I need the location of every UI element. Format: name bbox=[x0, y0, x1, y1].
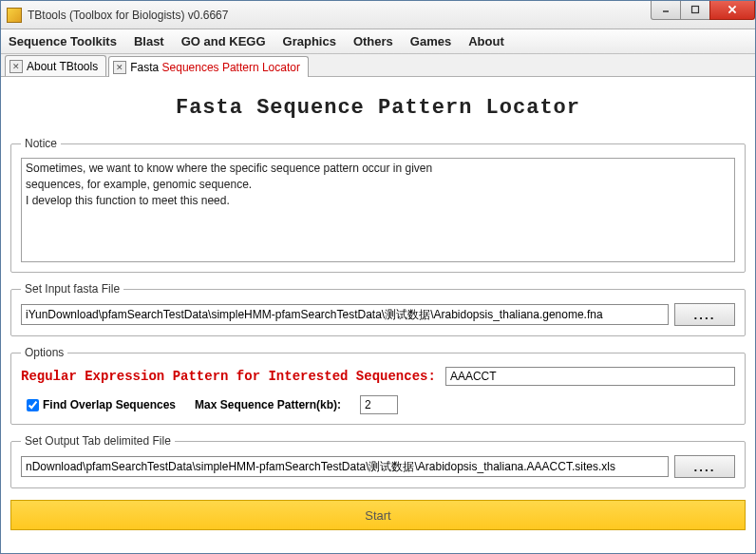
tab-close-icon[interactable]: ✕ bbox=[9, 60, 23, 73]
options-legend: Options bbox=[21, 346, 67, 359]
menu-about[interactable]: About bbox=[468, 34, 504, 48]
output-file-field[interactable] bbox=[21, 456, 669, 477]
menu-sequence-toolkits[interactable]: Sequence Toolkits bbox=[9, 34, 117, 48]
minimize-button[interactable] bbox=[651, 1, 681, 20]
notice-fieldset: Notice Sometimes, we want to know where … bbox=[10, 137, 746, 273]
output-file-legend: Set Output Tab delimited File bbox=[21, 434, 175, 448]
input-file-fieldset: Set Input fasta File .... bbox=[10, 282, 746, 336]
overlap-checkbox[interactable] bbox=[27, 399, 39, 411]
close-button[interactable] bbox=[709, 1, 755, 20]
options-fieldset: Options Regular Expression Pattern for I… bbox=[10, 346, 746, 425]
window-controls bbox=[652, 1, 755, 20]
output-file-fieldset: Set Output Tab delimited File .... bbox=[10, 434, 746, 488]
input-file-field[interactable] bbox=[21, 304, 669, 325]
svg-rect-1 bbox=[692, 7, 699, 13]
tab-fasta-pattern-locator[interactable]: ✕ Fasta Sequences Pattern Locator bbox=[108, 56, 309, 77]
menu-others[interactable]: Others bbox=[353, 34, 393, 48]
tab-about-tbtools[interactable]: ✕ About TBtools bbox=[5, 55, 106, 76]
menu-blast[interactable]: Blast bbox=[134, 34, 164, 48]
app-icon bbox=[7, 8, 22, 23]
input-file-legend: Set Input fasta File bbox=[21, 282, 123, 296]
maximize-button[interactable] bbox=[680, 1, 710, 20]
max-pattern-input[interactable] bbox=[360, 395, 398, 414]
tab-close-icon[interactable]: ✕ bbox=[113, 61, 126, 74]
menu-go-kegg[interactable]: GO and KEGG bbox=[181, 34, 266, 48]
pattern-input[interactable] bbox=[445, 367, 735, 386]
tab-label: About TBtools bbox=[27, 60, 98, 73]
window-title: TBtools (Toolbox for Biologists) v0.6667 bbox=[28, 9, 652, 22]
menu-games[interactable]: Games bbox=[410, 34, 451, 48]
notice-legend: Notice bbox=[21, 137, 61, 150]
max-pattern-label: Max Sequence Pattern(kb): bbox=[195, 398, 341, 411]
page-title: Fasta Sequence Pattern Locator bbox=[10, 96, 746, 120]
notice-text[interactable]: Sometimes, we want to know where the spe… bbox=[21, 158, 735, 262]
pattern-label: Regular Expression Pattern for Intereste… bbox=[21, 369, 436, 384]
overlap-checkbox-wrap[interactable]: Find Overlap Sequences bbox=[27, 398, 176, 411]
content-area: Fasta Sequence Pattern Locator Notice So… bbox=[1, 77, 755, 553]
output-file-browse-button[interactable]: .... bbox=[674, 455, 735, 478]
app-window: TBtools (Toolbox for Biologists) v0.6667… bbox=[0, 0, 756, 554]
menu-graphics[interactable]: Graphics bbox=[283, 34, 336, 48]
titlebar: TBtools (Toolbox for Biologists) v0.6667 bbox=[1, 1, 755, 29]
menubar: Sequence Toolkits Blast GO and KEGG Grap… bbox=[1, 29, 755, 54]
input-file-browse-button[interactable]: .... bbox=[674, 303, 735, 326]
start-button[interactable]: Start bbox=[10, 500, 746, 530]
tab-label: Fasta Sequences Pattern Locator bbox=[130, 61, 300, 74]
tabstrip: ✕ About TBtools ✕ Fasta Sequences Patter… bbox=[1, 54, 755, 77]
overlap-label: Find Overlap Sequences bbox=[43, 398, 176, 411]
